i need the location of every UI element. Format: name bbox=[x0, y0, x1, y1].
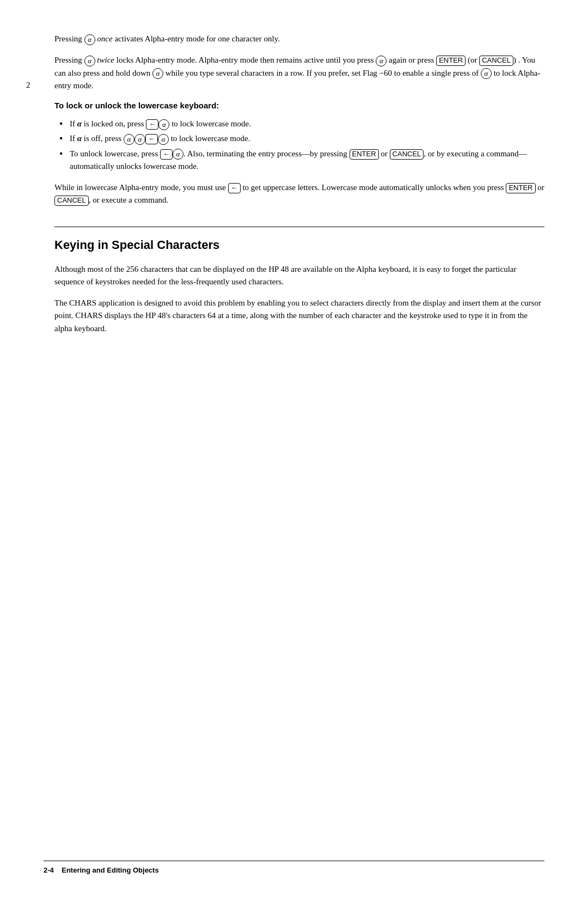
enter-key-1: ENTER bbox=[436, 56, 465, 66]
footer-page-ref: 2-4 bbox=[44, 866, 54, 874]
alpha-char-2: α bbox=[77, 134, 82, 143]
alpha-key-2: α bbox=[84, 56, 95, 66]
footer-title: Entering and Editing Objects bbox=[62, 866, 158, 874]
para-pressing-twice: Pressing α twice locks Alpha-entry mode.… bbox=[54, 54, 544, 92]
bullet-item-1: If α is locked on, press ←α to lock lowe… bbox=[60, 118, 544, 130]
section-top: Pressing α once activates Alpha-entry mo… bbox=[54, 33, 544, 207]
cancel-key-1: CANCEL bbox=[479, 56, 513, 66]
shift-key-4: ← bbox=[228, 183, 241, 193]
shift-key-3: ← bbox=[160, 149, 173, 160]
alpha-key-b3: α bbox=[173, 149, 183, 160]
para-lowercase-mode: While in lowercase Alpha-entry mode, you… bbox=[54, 181, 544, 207]
alpha-key-1: α bbox=[84, 34, 95, 45]
para-keying-2: The CHARS application is designed to avo… bbox=[54, 297, 544, 335]
alpha-key-b1: α bbox=[158, 119, 169, 130]
alpha-key-b2c: α bbox=[158, 134, 169, 145]
alpha-key-b2a: α bbox=[124, 134, 134, 145]
alpha-key-5: α bbox=[481, 68, 492, 79]
lowercase-subheading: To lock or unlock the lowercase keyboard… bbox=[54, 101, 544, 110]
alpha-key-b2b: α bbox=[134, 134, 145, 145]
cancel-key-2: CANCEL bbox=[390, 149, 424, 160]
shift-key-1: ← bbox=[146, 119, 158, 130]
section-title: Keying in Special Characters bbox=[54, 238, 544, 252]
section-keying: Keying in Special Characters Although mo… bbox=[54, 238, 544, 335]
alpha-key-3: α bbox=[376, 56, 387, 66]
cancel-key-3: CANCEL bbox=[54, 196, 89, 206]
page-container: 2 Pressing α once activates Alpha-entry … bbox=[0, 0, 588, 902]
footer-bar: 2-4 Entering and Editing Objects bbox=[44, 861, 544, 875]
page-number: 2 bbox=[26, 81, 30, 90]
para-pressing-once: Pressing α once activates Alpha-entry mo… bbox=[54, 33, 544, 45]
para-keying-1: Although most of the 256 characters that… bbox=[54, 263, 544, 289]
bullet-list: If α is locked on, press ←α to lock lowe… bbox=[54, 118, 544, 173]
alpha-char-1: α bbox=[77, 119, 82, 128]
enter-key-3: ENTER bbox=[506, 183, 535, 193]
bullet-item-2: If α is off, press αα←α to lock lowercas… bbox=[60, 132, 544, 145]
section-divider bbox=[54, 227, 544, 227]
shift-key-2: ← bbox=[145, 134, 158, 144]
alpha-key-4: α bbox=[152, 68, 163, 79]
enter-key-2: ENTER bbox=[350, 149, 379, 160]
footer-text: 2-4 Entering and Editing Objects bbox=[44, 866, 159, 874]
bullet-item-3: To unlock lowercase, press ←α. Also, ter… bbox=[60, 148, 544, 173]
